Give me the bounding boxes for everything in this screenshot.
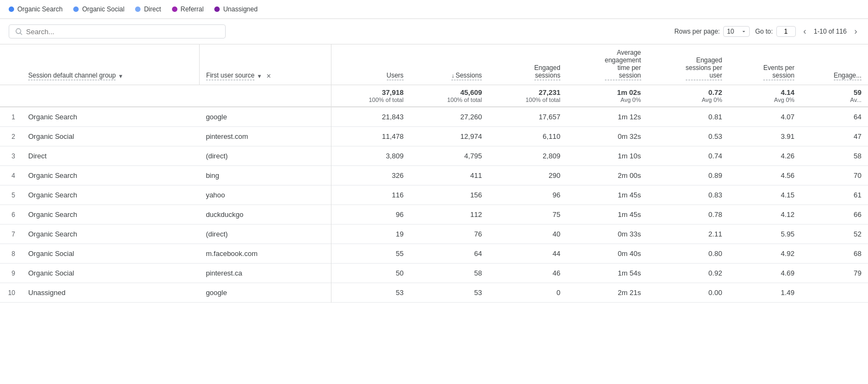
row-num-6: 6 xyxy=(0,205,22,225)
row-num-2: 2 xyxy=(0,127,22,146)
engaged-sessions-cell-6: 75 xyxy=(488,205,567,225)
table-row: 5 Organic Search yahoo 116 156 96 1m 45s… xyxy=(0,185,868,205)
sessions-sort-icon: ↓ xyxy=(451,72,455,79)
events-per-session-cell-2: 3.91 xyxy=(729,127,801,146)
legend-item-organic-search: Organic Search xyxy=(9,5,62,13)
row-num-header xyxy=(0,44,22,85)
users-cell-8: 55 xyxy=(331,244,410,264)
engaged-per-user-label[interactable]: Engagedsessions peruser xyxy=(686,56,722,80)
total-engaged-sessions-pct: 100% of total xyxy=(526,97,560,103)
channel-cell-4: Organic Search xyxy=(22,166,199,185)
engaged-rate-cell-2: 47 xyxy=(801,127,868,146)
sessions-cell-4: 411 xyxy=(410,166,489,185)
sessions-cell-3: 4,795 xyxy=(410,146,489,166)
engaged-rate-cell-7: 52 xyxy=(801,225,868,244)
total-engaged-rate-value: 59 xyxy=(854,88,861,97)
total-users-pct: 100% of total xyxy=(369,97,404,103)
avg-engagement-label[interactable]: Averageengagementtime persession xyxy=(605,49,641,80)
total-events-per-session-pct: Avg 0% xyxy=(774,97,795,103)
users-cell-6: 96 xyxy=(331,205,410,225)
engaged-rate-cell-10 xyxy=(801,283,868,303)
engaged-per-user-cell-1: 0.81 xyxy=(648,107,729,127)
engaged-per-user-cell-10: 0.00 xyxy=(648,283,729,303)
search-input[interactable] xyxy=(26,28,220,36)
sessions-header[interactable]: ↓Sessions xyxy=(410,44,489,85)
engaged-rate-cell-9: 79 xyxy=(801,264,868,283)
engaged-sessions-cell-9: 46 xyxy=(488,264,567,283)
channel-group-header[interactable]: Session default channel group ▼ xyxy=(22,44,199,85)
goto-label: Go to: xyxy=(755,28,773,35)
rows-per-page-label: Rows per page: xyxy=(674,28,720,35)
engaged-rate-header[interactable]: Engage... xyxy=(801,44,868,85)
first-user-source-label[interactable]: First user source xyxy=(206,72,254,80)
channel-cell-5: Organic Search xyxy=(22,185,199,205)
engaged-sessions-label[interactable]: Engagedsessions xyxy=(534,64,560,80)
avg-engagement-cell-1: 1m 12s xyxy=(567,107,648,127)
channel-group-label[interactable]: Session default channel group xyxy=(28,72,116,80)
engaged-per-user-header[interactable]: Engagedsessions peruser xyxy=(648,44,729,85)
pagination-text: 1-10 of 116 xyxy=(814,28,847,35)
table-row: 1 Organic Search google 21,843 27,260 17… xyxy=(0,107,868,127)
source-cell-1: google xyxy=(199,107,331,127)
avg-engagement-cell-10: 2m 21s xyxy=(567,283,648,303)
sessions-cell-8: 64 xyxy=(410,244,489,264)
legend-label-organic-social: Organic Social xyxy=(82,5,124,13)
next-page-button[interactable]: › xyxy=(852,25,859,37)
table-row: 3 Direct (direct) 3,809 4,795 2,809 1m 1… xyxy=(0,146,868,166)
channel-group-filter-icon[interactable]: ▼ xyxy=(118,73,123,79)
engaged-rate-cell-3: 58 xyxy=(801,146,868,166)
legend-dot-organic-social xyxy=(73,7,79,12)
first-user-source-close-icon[interactable]: × xyxy=(264,72,273,80)
users-label[interactable]: Users xyxy=(387,72,404,80)
search-box[interactable] xyxy=(9,24,226,39)
engaged-sessions-cell-4: 290 xyxy=(488,166,567,185)
events-per-session-label[interactable]: Events persession xyxy=(763,64,794,80)
engaged-sessions-header[interactable]: Engagedsessions xyxy=(488,44,567,85)
first-user-source-filter-icon[interactable]: ▼ xyxy=(257,73,262,79)
events-per-session-header[interactable]: Events persession xyxy=(729,44,801,85)
events-per-session-cell-6: 4.12 xyxy=(729,205,801,225)
engaged-per-user-cell-2: 0.53 xyxy=(648,127,729,146)
table-header-row: Session default channel group ▼ First us… xyxy=(0,44,868,85)
engaged-rate-cell-8: 68 xyxy=(801,244,868,264)
source-cell-9: pinterest.ca xyxy=(199,264,331,283)
avg-engagement-header[interactable]: Averageengagementtime persession xyxy=(567,44,648,85)
first-user-source-header[interactable]: First user source ▼ × xyxy=(199,44,331,85)
channel-cell-1: Organic Search xyxy=(22,107,199,127)
avg-engagement-cell-5: 1m 45s xyxy=(567,185,648,205)
avg-engagement-cell-2: 0m 32s xyxy=(567,127,648,146)
prev-page-button[interactable]: ‹ xyxy=(801,25,808,37)
engaged-rate-cell-6: 66 xyxy=(801,205,868,225)
events-per-session-cell-5: 4.15 xyxy=(729,185,801,205)
engaged-rate-label[interactable]: Engage... xyxy=(834,72,861,80)
row-num-9: 9 xyxy=(0,264,22,283)
legend-item-organic-social: Organic Social xyxy=(73,5,124,13)
total-engaged-per-user-pct: Avg 0% xyxy=(701,97,722,103)
total-avg-engagement-pct: Avg 0% xyxy=(621,97,641,103)
rows-per-page-select[interactable]: 10 25 50 100 xyxy=(723,26,750,37)
legend-label-referral: Referral xyxy=(181,5,204,13)
total-engaged-sessions-value: 27,231 xyxy=(539,88,560,97)
toolbar: Rows per page: 10 25 50 100 Go to: ‹ 1-1… xyxy=(0,19,868,44)
total-sessions-pct: 100% of total xyxy=(447,97,482,103)
avg-engagement-cell-7: 0m 33s xyxy=(567,225,648,244)
channel-cell-3: Direct xyxy=(22,146,199,166)
users-header[interactable]: Users xyxy=(331,44,410,85)
users-cell-3: 3,809 xyxy=(331,146,410,166)
svg-line-1 xyxy=(20,33,22,35)
users-cell-1: 21,843 xyxy=(331,107,410,127)
sessions-label[interactable]: ↓Sessions xyxy=(451,72,482,80)
engaged-sessions-cell-5: 96 xyxy=(488,185,567,205)
events-per-session-cell-9: 4.69 xyxy=(729,264,801,283)
total-engaged-rate-pct: Av... xyxy=(850,97,861,103)
legend-dot-direct xyxy=(135,7,141,12)
sessions-cell-9: 58 xyxy=(410,264,489,283)
channel-cell-8: Organic Social xyxy=(22,244,199,264)
events-per-session-cell-1: 4.07 xyxy=(729,107,801,127)
avg-engagement-cell-6: 1m 45s xyxy=(567,205,648,225)
goto-input[interactable] xyxy=(776,26,796,37)
row-num-1: 1 xyxy=(0,107,22,127)
legend-item-unassigned: Unassigned xyxy=(214,5,257,13)
total-users-value: 37,918 xyxy=(382,88,404,97)
data-table: Session default channel group ▼ First us… xyxy=(0,44,868,303)
